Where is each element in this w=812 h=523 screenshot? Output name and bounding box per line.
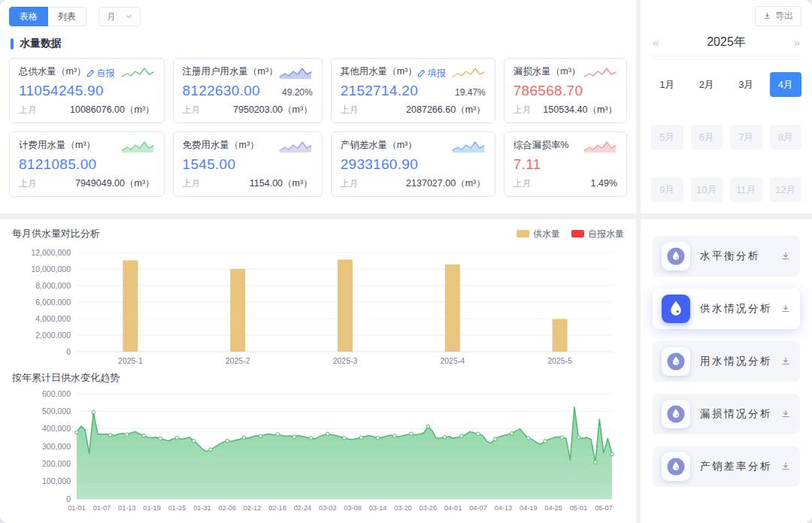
svg-text:01-13: 01-13 — [118, 504, 136, 512]
month-cell: 10月 — [691, 177, 723, 202]
sparkline-icon — [451, 65, 486, 80]
legend-item[interactable]: 自报水量 — [571, 228, 624, 240]
previous-month-value: 1154.00（m³） — [250, 177, 313, 190]
month-cell: 8月 — [770, 125, 802, 150]
month-cell[interactable]: 2月 — [691, 72, 723, 97]
previous-month-value: 1.49% — [591, 178, 617, 189]
legend-swatch — [517, 230, 529, 237]
kpi-card: 产销差水量（m³）2933160.90上月2137027.00（m³） — [331, 132, 495, 197]
calendar-panel: 导出 « 2025年 » 1月2月3月4月5月6月7月8月9月10月11月12月 — [641, 0, 812, 213]
svg-text:2,000,000: 2,000,000 — [35, 331, 71, 340]
kpi-card-title: 综合漏损率% — [514, 139, 569, 152]
legend-item[interactable]: 供水量 — [517, 228, 560, 240]
analysis-item[interactable]: 供水情况分析 — [653, 289, 800, 329]
previous-month-value: 2137027.00（m³） — [406, 177, 486, 190]
previous-month-value: 10086076.00（m³） — [70, 104, 155, 116]
kpi-card-title: 总供水量（m³） — [19, 65, 86, 78]
month-cell[interactable]: 1月 — [651, 72, 683, 97]
export-button[interactable]: 导出 — [755, 6, 801, 26]
download-icon[interactable] — [780, 356, 791, 367]
calendar-month-grid: 1月2月3月4月5月6月7月8月9月10月11月12月 — [651, 72, 801, 202]
kpi-card: 漏损水量（m³）786568.70上月150534.40（m³） — [504, 58, 627, 123]
svg-text:2025-1: 2025-1 — [118, 356, 143, 365]
kpi-card: 计费用水量（m³）8121085.00上月7949049.00（m³） — [9, 132, 165, 197]
svg-text:04-13: 04-13 — [495, 504, 513, 512]
bar-chart-header: 每月供水量对比分析 供水量自报水量 — [12, 225, 624, 242]
kpi-card: 综合漏损率%7.11上月1.49% — [504, 132, 627, 197]
month-cell[interactable]: 3月 — [730, 72, 762, 97]
svg-text:04-25: 04-25 — [544, 504, 562, 512]
download-icon[interactable] — [780, 461, 791, 472]
kpi-card-value: 7.11 — [514, 156, 541, 173]
water-drop-icon — [662, 400, 690, 428]
kpi-card-value: 8122630.00 — [183, 83, 260, 99]
svg-text:03-02: 03-02 — [319, 504, 337, 512]
report-link[interactable]: 自报 — [86, 67, 115, 80]
water-drop-tile — [662, 400, 690, 428]
section-header: 水量数据 — [11, 37, 627, 50]
svg-text:500,000: 500,000 — [42, 407, 71, 416]
download-icon[interactable] — [780, 304, 791, 314]
kpi-card: 注册用户用水量（m³）8122630.0049.20%上月7950203.00（… — [173, 58, 323, 123]
tab-list[interactable]: 列表 — [48, 7, 86, 26]
export-row: 导出 — [651, 6, 801, 26]
svg-text:05-01: 05-01 — [570, 504, 588, 512]
analysis-item-label: 水平衡分析 — [700, 249, 780, 263]
water-drop-icon — [662, 452, 690, 481]
kpi-card-title: 产销差水量（m³） — [341, 139, 417, 152]
month-cell: 6月 — [691, 125, 723, 150]
download-icon[interactable] — [780, 409, 791, 419]
svg-text:05-07: 05-07 — [595, 504, 613, 512]
previous-month-label: 上月 — [514, 104, 532, 116]
analysis-item-label: 用水情况分析 — [700, 355, 780, 368]
legend-swatch — [571, 230, 584, 237]
kpi-card-value: 8121085.00 — [19, 156, 96, 173]
water-drop-icon — [662, 242, 690, 271]
period-select[interactable]: 月 — [98, 7, 141, 26]
kpi-card-title: 注册用户用水量（m³） — [183, 65, 278, 78]
svg-text:04-19: 04-19 — [520, 504, 538, 512]
kpi-card-value: 2152714.20 — [341, 83, 418, 99]
svg-text:4,000,000: 4,000,000 — [35, 314, 71, 323]
tab-table[interactable]: 表格 — [9, 7, 48, 26]
daily-supply-area-chart: 0100,000200,000300,000400,000500,000600,… — [12, 386, 624, 523]
calendar-prev-button[interactable]: « — [651, 36, 660, 49]
sparkline-icon — [451, 139, 486, 154]
period-select-value: 月 — [107, 11, 116, 22]
kpi-card: 总供水量（m³）自报11054245.90上月10086076.00（m³） — [9, 58, 165, 123]
kpi-card-value: 2933160.90 — [341, 156, 418, 173]
svg-text:200,000: 200,000 — [42, 459, 71, 468]
kpi-card-title: 免费用水量（m³） — [183, 139, 259, 152]
download-icon[interactable] — [780, 251, 791, 262]
svg-text:02-12: 02-12 — [244, 504, 262, 512]
previous-month-label: 上月 — [514, 177, 532, 190]
calendar-next-button[interactable]: » — [792, 36, 801, 49]
horizontal-divider — [0, 213, 812, 219]
svg-text:300,000: 300,000 — [42, 442, 71, 451]
view-tabs: 表格列表 — [9, 7, 86, 26]
analysis-item[interactable]: 漏损情况分析 — [653, 394, 800, 434]
month-cell: 12月 — [770, 177, 802, 202]
report-link-label: 自报 — [97, 67, 115, 80]
svg-text:04-07: 04-07 — [469, 504, 487, 512]
analysis-item[interactable]: 产销差率分析 — [653, 446, 800, 487]
water-drop-icon — [662, 347, 690, 376]
report-link[interactable]: 填报 — [417, 67, 446, 80]
analysis-item[interactable]: 水平衡分析 — [653, 236, 800, 277]
pencil-icon — [86, 69, 95, 77]
analysis-item[interactable]: 用水情况分析 — [653, 341, 800, 382]
svg-text:03-26: 03-26 — [420, 504, 438, 512]
month-cell[interactable]: 4月 — [770, 72, 802, 97]
analysis-shortcuts-panel: 水平衡分析供水情况分析用水情况分析漏损情况分析产销差率分析 — [641, 219, 812, 523]
water-drop-tile — [662, 242, 690, 271]
section-title: 水量数据 — [20, 37, 62, 50]
month-cell: 9月 — [651, 177, 683, 202]
kpi-cards: 总供水量（m³）自报11054245.90上月10086076.00（m³）注册… — [9, 58, 627, 197]
previous-month-value: 7949049.00（m³） — [75, 177, 155, 190]
previous-month-label: 上月 — [19, 177, 37, 190]
analysis-item-label: 产销差率分析 — [700, 460, 780, 473]
svg-text:01-01: 01-01 — [68, 504, 86, 512]
kpi-card-value: 11054245.90 — [19, 83, 104, 99]
sparkline-icon — [120, 65, 155, 80]
water-drop-tile — [662, 452, 690, 481]
